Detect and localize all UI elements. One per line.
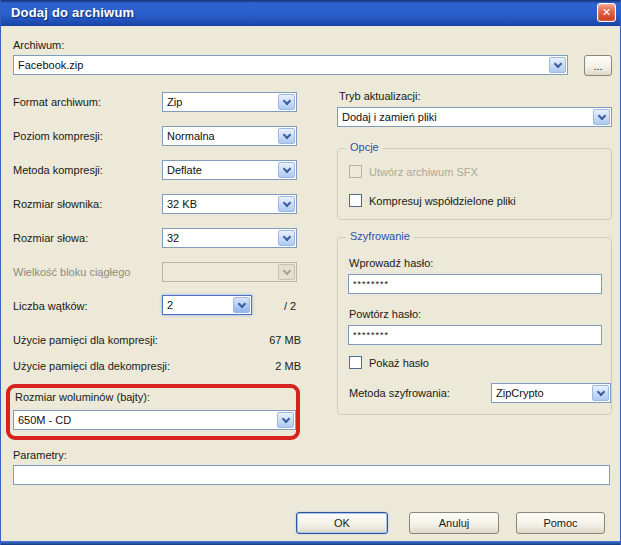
volume-size-value: 650M - CD: [18, 414, 275, 426]
format-label: Format archiwum:: [13, 96, 101, 108]
chevron-down-icon: [282, 130, 290, 138]
window-title: Dodaj do archiwum: [11, 5, 134, 20]
compress-shared-checkbox[interactable]: [349, 194, 362, 207]
ok-button[interactable]: OK: [296, 512, 388, 534]
chevron-down-icon: [282, 96, 290, 104]
update-mode-combobox[interactable]: Dodaj i zamień pliki: [337, 107, 612, 127]
compression-level-value: Normalna: [167, 130, 276, 142]
create-sfx-checkbox: [349, 165, 362, 178]
level-dropdown-button[interactable]: [278, 128, 295, 144]
update-mode-dropdown-button[interactable]: [593, 109, 610, 125]
volume-size-label: Rozmiar woluminów (bajty):: [15, 391, 150, 403]
compression-method-value: Deflate: [167, 164, 276, 176]
browse-button[interactable]: ...: [584, 55, 612, 76]
chevron-down-icon: [282, 232, 290, 240]
chevron-down-icon: [553, 59, 561, 67]
dictionary-size-combobox[interactable]: 32 KB: [162, 194, 297, 214]
solid-block-dropdown-button: [278, 264, 295, 280]
compression-method-combobox[interactable]: Deflate: [162, 160, 297, 180]
repeat-password-input[interactable]: [348, 325, 602, 345]
encryption-method-label: Metoda szyfrowania:: [349, 387, 450, 399]
word-size-combobox[interactable]: 32: [162, 228, 297, 248]
parameters-input[interactable]: [13, 465, 610, 485]
create-sfx-label: Utwórz archiwum SFX: [369, 166, 478, 178]
titlebar[interactable]: Dodaj do archiwum ✕: [1, 0, 620, 26]
format-dropdown-button[interactable]: [278, 94, 295, 110]
solid-block-size-label: Wielkość bloku ciągłego: [13, 266, 130, 278]
memory-decompression-label: Użycie pamięci dla dekompresji:: [13, 360, 170, 372]
chevron-down-icon: [597, 111, 605, 119]
memory-compression-value: 67 MB: [231, 334, 301, 346]
compress-shared-label: Kompresuj współdzielone pliki: [369, 195, 516, 207]
chevron-down-icon: [282, 198, 290, 206]
archive-format-value: Zip: [167, 96, 276, 108]
solid-block-size-combobox: [162, 262, 297, 282]
dictionary-size-label: Rozmiar słownika:: [13, 198, 102, 210]
chevron-down-icon: [596, 387, 604, 395]
show-password-checkbox[interactable]: [349, 356, 362, 369]
word-size-value: 32: [167, 232, 276, 244]
word-size-dropdown-button[interactable]: [278, 230, 295, 246]
chevron-down-icon: [282, 266, 290, 274]
memory-compression-label: Użycie pamięci dla kompresji:: [13, 334, 158, 346]
enter-password-input[interactable]: [348, 274, 602, 294]
encryption-method-combobox[interactable]: ZipCrypto: [491, 383, 611, 403]
method-dropdown-button[interactable]: [278, 162, 295, 178]
thread-count-value: 2: [167, 299, 231, 311]
cancel-button[interactable]: Anuluj: [409, 512, 499, 534]
dictionary-size-value: 32 KB: [167, 198, 276, 210]
archive-label: Archiwum:: [13, 39, 64, 51]
thread-count-max: / 2: [284, 300, 296, 312]
word-size-label: Rozmiar słowa:: [13, 232, 88, 244]
repeat-password-label: Powtórz hasło:: [349, 308, 421, 320]
compression-level-combobox[interactable]: Normalna: [162, 126, 297, 146]
options-group: Opcje: [337, 148, 612, 220]
dictionary-dropdown-button[interactable]: [278, 196, 295, 212]
compression-level-label: Poziom kompresji:: [13, 130, 103, 142]
encryption-group-title: Szyfrowanie: [346, 230, 414, 242]
compression-method-label: Metoda kompresji:: [13, 164, 103, 176]
archive-dropdown-button[interactable]: [549, 57, 566, 73]
encryption-method-dropdown-button[interactable]: [592, 385, 609, 401]
chevron-down-icon: [282, 164, 290, 172]
archive-format-combobox[interactable]: Zip: [162, 92, 297, 112]
close-icon[interactable]: ✕: [597, 3, 616, 22]
help-button[interactable]: Pomoc: [516, 512, 605, 534]
thread-count-label: Liczba wątków:: [13, 300, 88, 312]
enter-password-label: Wprowadź hasło:: [349, 257, 433, 269]
update-mode-value: Dodaj i zamień pliki: [342, 111, 591, 123]
volume-size-combobox[interactable]: 650M - CD: [13, 410, 296, 430]
parameters-label: Parametry:: [13, 449, 67, 461]
thread-count-combobox[interactable]: 2: [162, 295, 252, 315]
chevron-down-icon: [281, 414, 289, 422]
update-mode-label: Tryb aktualizacji:: [339, 90, 421, 102]
chevron-down-icon: [237, 299, 245, 307]
window-bottom-border: [1, 541, 620, 545]
archive-name-combobox[interactable]: Facebook.zip: [13, 55, 568, 75]
archive-name-value: Facebook.zip: [18, 59, 547, 71]
volume-dropdown-button[interactable]: [277, 412, 294, 428]
show-password-label: Pokaż hasło: [369, 357, 429, 369]
encryption-method-value: ZipCrypto: [496, 387, 590, 399]
options-group-title: Opcje: [346, 141, 383, 153]
thread-count-dropdown-button[interactable]: [233, 297, 250, 313]
memory-decompression-value: 2 MB: [231, 360, 301, 372]
add-to-archive-dialog: Dodaj do archiwum ✕ Archiwum: Facebook.z…: [0, 0, 621, 545]
